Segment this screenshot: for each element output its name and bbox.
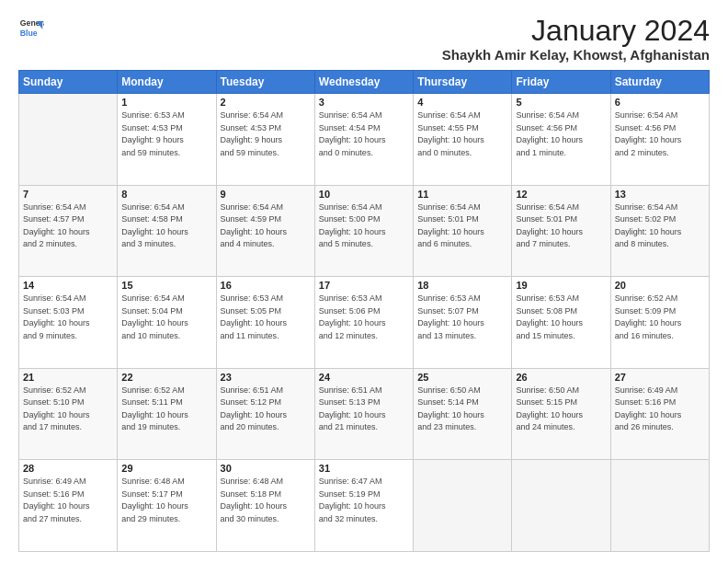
day-number: 28 [23,463,113,474]
day-info: Sunrise: 6:54 AM Sunset: 5:03 PM Dayligh… [23,293,113,342]
page: General Blue January 2024 Shaykh Amir Ke… [0,0,728,563]
calendar-cell: 25Sunrise: 6:50 AM Sunset: 5:14 PM Dayli… [414,368,512,460]
weekday-header-friday: Friday [512,71,610,94]
weekday-header-monday: Monday [118,71,216,94]
week-row-3: 14Sunrise: 6:54 AM Sunset: 5:03 PM Dayli… [19,277,710,369]
day-info: Sunrise: 6:54 AM Sunset: 4:59 PM Dayligh… [221,201,311,251]
day-number: 30 [221,463,311,474]
day-number: 25 [417,372,507,383]
calendar-title: January 2024 [442,15,710,47]
calendar-cell: 26Sunrise: 6:50 AM Sunset: 5:15 PM Dayli… [512,368,610,460]
day-info: Sunrise: 6:51 AM Sunset: 5:12 PM Dayligh… [221,385,311,434]
day-info: Sunrise: 6:53 AM Sunset: 5:05 PM Dayligh… [221,293,311,342]
day-number: 6 [615,97,705,108]
day-number: 12 [516,189,606,200]
calendar-cell: 14Sunrise: 6:54 AM Sunset: 5:03 PM Dayli… [19,277,118,369]
day-info: Sunrise: 6:54 AM Sunset: 4:56 PM Dayligh… [516,109,606,159]
calendar-cell: 17Sunrise: 6:53 AM Sunset: 5:06 PM Dayli… [314,277,413,369]
day-number: 2 [221,97,311,108]
calendar-cell: 3Sunrise: 6:54 AM Sunset: 4:54 PM Daylig… [314,94,413,186]
day-number: 19 [516,280,606,291]
calendar-cell: 23Sunrise: 6:51 AM Sunset: 5:12 PM Dayli… [216,368,314,460]
day-info: Sunrise: 6:52 AM Sunset: 5:11 PM Dayligh… [121,385,211,434]
calendar-cell: 22Sunrise: 6:52 AM Sunset: 5:11 PM Dayli… [118,368,216,460]
day-number: 22 [121,372,211,383]
day-info: Sunrise: 6:54 AM Sunset: 5:01 PM Dayligh… [417,201,507,251]
calendar-cell: 12Sunrise: 6:54 AM Sunset: 5:01 PM Dayli… [512,185,610,277]
day-number: 24 [319,372,409,383]
day-number: 13 [615,189,705,200]
calendar-cell: 28Sunrise: 6:49 AM Sunset: 5:16 PM Dayli… [19,460,118,552]
day-info: Sunrise: 6:48 AM Sunset: 5:17 PM Dayligh… [121,476,211,525]
week-row-4: 21Sunrise: 6:52 AM Sunset: 5:10 PM Dayli… [19,368,710,460]
day-info: Sunrise: 6:54 AM Sunset: 5:00 PM Dayligh… [319,201,409,251]
day-number: 27 [615,372,705,383]
weekday-header-wednesday: Wednesday [314,71,413,94]
calendar-cell: 15Sunrise: 6:54 AM Sunset: 5:04 PM Dayli… [118,277,216,369]
day-number: 29 [121,463,211,474]
day-number: 21 [23,372,113,383]
calendar-cell: 1Sunrise: 6:53 AM Sunset: 4:53 PM Daylig… [118,94,216,186]
calendar-cell: 27Sunrise: 6:49 AM Sunset: 5:16 PM Dayli… [610,368,709,460]
calendar-cell: 13Sunrise: 6:54 AM Sunset: 5:02 PM Dayli… [610,185,709,277]
calendar-cell: 10Sunrise: 6:54 AM Sunset: 5:00 PM Dayli… [314,185,413,277]
calendar-cell: 18Sunrise: 6:53 AM Sunset: 5:07 PM Dayli… [414,277,512,369]
day-number: 16 [221,280,311,291]
calendar-cell [610,460,709,552]
calendar-cell [19,94,118,186]
header: General Blue January 2024 Shaykh Amir Ke… [18,15,710,63]
weekday-header-saturday: Saturday [610,71,709,94]
day-number: 3 [319,97,409,108]
day-info: Sunrise: 6:54 AM Sunset: 4:55 PM Dayligh… [417,109,507,159]
calendar-cell: 5Sunrise: 6:54 AM Sunset: 4:56 PM Daylig… [512,94,610,186]
day-info: Sunrise: 6:54 AM Sunset: 4:57 PM Dayligh… [23,201,113,251]
day-info: Sunrise: 6:54 AM Sunset: 5:04 PM Dayligh… [121,293,211,342]
day-info: Sunrise: 6:54 AM Sunset: 4:58 PM Dayligh… [121,201,211,251]
day-info: Sunrise: 6:53 AM Sunset: 5:07 PM Dayligh… [417,293,507,342]
week-row-5: 28Sunrise: 6:49 AM Sunset: 5:16 PM Dayli… [19,460,710,552]
week-row-2: 7Sunrise: 6:54 AM Sunset: 4:57 PM Daylig… [19,185,710,277]
day-info: Sunrise: 6:54 AM Sunset: 5:02 PM Dayligh… [615,201,705,251]
day-info: Sunrise: 6:49 AM Sunset: 5:16 PM Dayligh… [23,476,113,525]
calendar-cell: 11Sunrise: 6:54 AM Sunset: 5:01 PM Dayli… [414,185,512,277]
day-number: 14 [23,280,113,291]
calendar-cell: 19Sunrise: 6:53 AM Sunset: 5:08 PM Dayli… [512,277,610,369]
day-info: Sunrise: 6:49 AM Sunset: 5:16 PM Dayligh… [615,385,705,434]
day-number: 15 [121,280,211,291]
weekday-header-thursday: Thursday [414,71,512,94]
calendar-cell: 9Sunrise: 6:54 AM Sunset: 4:59 PM Daylig… [216,185,314,277]
day-number: 10 [319,189,409,200]
calendar-cell: 21Sunrise: 6:52 AM Sunset: 5:10 PM Dayli… [19,368,118,460]
logo-icon: General Blue [18,15,44,40]
day-info: Sunrise: 6:48 AM Sunset: 5:18 PM Dayligh… [221,476,311,525]
title-block: January 2024 Shaykh Amir Kelay, Khowst, … [442,15,710,63]
day-number: 9 [221,189,311,200]
svg-text:Blue: Blue [20,29,38,38]
day-number: 17 [319,280,409,291]
day-info: Sunrise: 6:50 AM Sunset: 5:14 PM Dayligh… [417,385,507,434]
day-number: 18 [417,280,507,291]
calendar-cell: 7Sunrise: 6:54 AM Sunset: 4:57 PM Daylig… [19,185,118,277]
calendar-cell: 31Sunrise: 6:47 AM Sunset: 5:19 PM Dayli… [314,460,413,552]
day-info: Sunrise: 6:50 AM Sunset: 5:15 PM Dayligh… [516,385,606,434]
calendar-cell: 24Sunrise: 6:51 AM Sunset: 5:13 PM Dayli… [314,368,413,460]
calendar-cell: 2Sunrise: 6:54 AM Sunset: 4:53 PM Daylig… [216,94,314,186]
calendar-cell [512,460,610,552]
calendar-cell: 29Sunrise: 6:48 AM Sunset: 5:17 PM Dayli… [118,460,216,552]
day-number: 1 [121,97,211,108]
day-number: 8 [121,189,211,200]
calendar-cell: 6Sunrise: 6:54 AM Sunset: 4:56 PM Daylig… [610,94,709,186]
day-number: 31 [319,463,409,474]
calendar-cell: 20Sunrise: 6:52 AM Sunset: 5:09 PM Dayli… [610,277,709,369]
calendar-cell: 4Sunrise: 6:54 AM Sunset: 4:55 PM Daylig… [414,94,512,186]
day-info: Sunrise: 6:53 AM Sunset: 5:06 PM Dayligh… [319,293,409,342]
day-info: Sunrise: 6:51 AM Sunset: 5:13 PM Dayligh… [319,385,409,434]
calendar-table: SundayMondayTuesdayWednesdayThursdayFrid… [18,70,710,552]
day-number: 20 [615,280,705,291]
calendar-cell [414,460,512,552]
day-number: 5 [516,97,606,108]
calendar-cell: 16Sunrise: 6:53 AM Sunset: 5:05 PM Dayli… [216,277,314,369]
weekday-header-sunday: Sunday [19,71,118,94]
day-number: 26 [516,372,606,383]
weekday-header-row: SundayMondayTuesdayWednesdayThursdayFrid… [19,71,710,94]
